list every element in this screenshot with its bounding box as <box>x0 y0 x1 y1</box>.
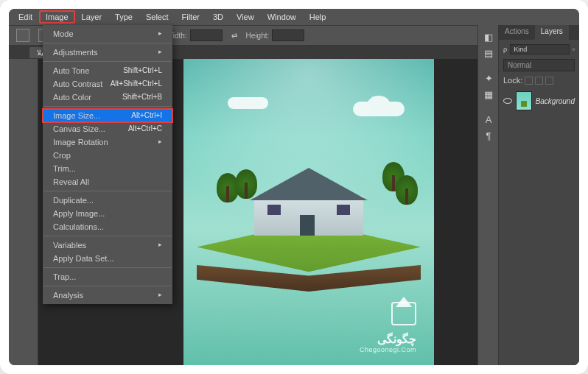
menu-type[interactable]: Type <box>108 10 139 24</box>
image-menu-dropdown: ModeAdjustmentsAuto ToneShift+Ctrl+LAuto… <box>43 25 172 304</box>
height-label: Height: <box>246 32 270 40</box>
menu-item-auto-color[interactable]: Auto ColorShift+Ctrl+B <box>43 91 172 104</box>
layer-row[interactable]: Background <box>503 89 575 113</box>
width-input[interactable] <box>190 29 223 41</box>
watermark: چگونگی Chegoonegi.Com <box>357 302 416 353</box>
menu-item-adjustments[interactable]: Adjustments <box>43 46 172 59</box>
blend-mode-select[interactable]: Normal <box>503 59 575 71</box>
tab-actions[interactable]: Actions <box>499 25 535 40</box>
lock-position-icon[interactable] <box>545 77 553 85</box>
tool-preset-icon[interactable] <box>16 29 29 42</box>
menu-select[interactable]: Select <box>139 10 175 24</box>
menu-item-trim[interactable]: Trim... <box>43 162 172 175</box>
visibility-eye-icon[interactable] <box>503 96 512 105</box>
kind-label: ρ <box>503 46 507 53</box>
menu-window[interactable]: Window <box>261 10 303 24</box>
menu-edit[interactable]: Edit <box>12 10 39 24</box>
menu-item-apply-data-set: Apply Data Set... <box>43 252 172 265</box>
document-canvas[interactable]: چگونگی Chegoonegi.Com <box>183 59 434 365</box>
menu-item-canvas-size[interactable]: Canvas Size...Alt+Ctrl+C <box>43 122 172 135</box>
lock-pixels-icon[interactable] <box>535 77 543 85</box>
menu-3d[interactable]: 3D <box>206 10 230 24</box>
menu-item-calculations[interactable]: Calculations... <box>43 220 172 233</box>
layer-thumbnail[interactable] <box>516 91 532 110</box>
tab-layers[interactable]: Layers <box>535 25 569 40</box>
watermark-text: چگونگی <box>357 332 416 346</box>
paragraph-icon[interactable]: ¶ <box>481 128 496 143</box>
filter-pixel-icon[interactable]: ▫ <box>573 46 575 53</box>
menu-view[interactable]: View <box>230 10 261 24</box>
tree-graphic <box>396 175 418 205</box>
lock-transparency-icon[interactable] <box>525 77 533 85</box>
menu-image[interactable]: Image <box>39 10 75 24</box>
properties-icon[interactable]: ▤ <box>481 46 496 60</box>
character-icon[interactable]: A <box>481 112 496 127</box>
house-graphic <box>254 168 363 236</box>
history-icon[interactable]: ◧ <box>481 29 496 44</box>
cloud-graphic <box>228 97 268 109</box>
menubar: EditImageLayerTypeSelectFilter3DViewWind… <box>9 9 579 25</box>
layer-name[interactable]: Background <box>536 97 575 105</box>
menu-item-variables: Variables <box>43 239 172 252</box>
menu-item-image-size[interactable]: Image Size...Alt+Ctrl+I <box>43 109 172 122</box>
watermark-subtext: Chegoonegi.Com <box>357 346 416 353</box>
menu-item-duplicate[interactable]: Duplicate... <box>43 194 172 207</box>
menu-filter[interactable]: Filter <box>175 10 206 24</box>
menu-item-image-rotation[interactable]: Image Rotation <box>43 135 172 149</box>
menu-item-trap: Trap... <box>43 270 172 283</box>
menu-item-apply-image[interactable]: Apply Image... <box>43 207 172 220</box>
menu-item-analysis[interactable]: Analysis <box>43 289 172 302</box>
swatches-icon[interactable]: ▦ <box>481 87 496 102</box>
brush-icon[interactable]: ✦ <box>481 71 496 85</box>
menu-layer[interactable]: Layer <box>75 10 109 24</box>
lock-label: Lock: <box>503 76 522 85</box>
layers-panel: Actions Layers ρ Kind ▫ Normal Lock: <box>498 25 579 365</box>
menu-item-mode[interactable]: Mode <box>43 27 172 40</box>
cloud-graphic <box>353 102 405 116</box>
tools-panel[interactable] <box>9 59 38 365</box>
menu-item-reveal-all: Reveal All <box>43 175 172 188</box>
height-input[interactable] <box>272 29 304 41</box>
menu-item-crop: Crop <box>43 149 172 162</box>
menu-help[interactable]: Help <box>303 10 333 24</box>
collapsed-panel-strip: ◧ ▤ ✦ ▦ A ¶ <box>477 25 498 365</box>
menu-item-auto-tone[interactable]: Auto ToneShift+Ctrl+L <box>43 64 172 77</box>
link-icon[interactable]: ⇄ <box>231 32 237 40</box>
menu-item-auto-contrast[interactable]: Auto ContrastAlt+Shift+Ctrl+L <box>43 77 172 91</box>
kind-select[interactable]: Kind <box>510 44 570 54</box>
